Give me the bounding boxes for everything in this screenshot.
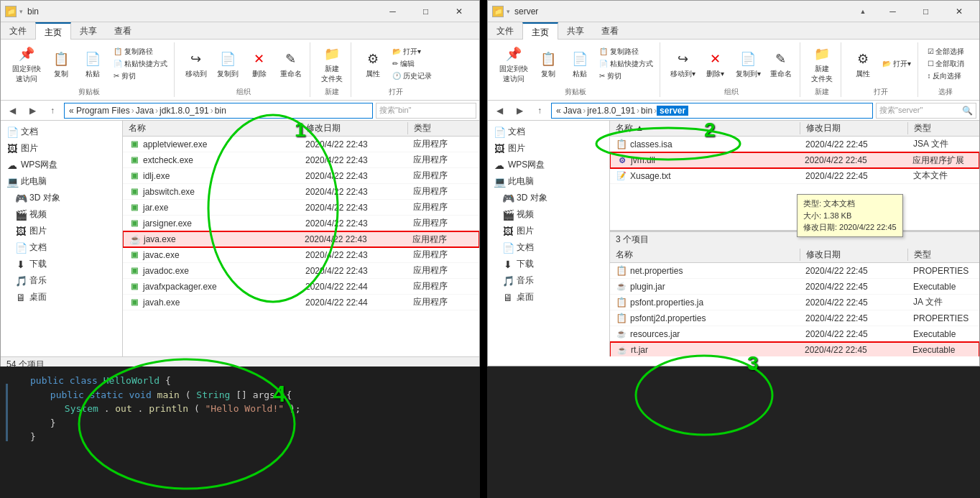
search-box-server[interactable]: 搜索"server" 🔍	[876, 103, 976, 119]
file-row[interactable]: ▣jar.exe 2020/4/22 22:43 应用程序	[123, 200, 479, 216]
path-seg-3[interactable]: jdk1.8.0_191	[158, 106, 211, 116]
nav-video-bin[interactable]: 🎬 视频	[1, 206, 122, 223]
file-row[interactable]: ▣javac.exe 2020/4/22 22:43 应用程序	[123, 247, 479, 263]
tab-home-bin[interactable]: 主页	[35, 22, 71, 40]
col-type-bin[interactable]: 类型	[407, 122, 479, 134]
file-row-resources[interactable]: ☕resources.jar 2020/4/22 22:45 Executabl…	[610, 326, 979, 342]
nav-pics2-bin[interactable]: 🖼 图片	[1, 223, 122, 239]
address-path-bin[interactable]: « Program Files › Java › jdk1.8.0_191 › …	[64, 103, 373, 119]
move-to-button[interactable]: ↪ 移动到	[182, 47, 211, 80]
copy-path-button[interactable]: 📋 复制路径	[111, 46, 170, 57]
file-row-jvm-dll[interactable]: ⚙jvm.dll 2020/4/22 22:45 应用程序扩展	[610, 152, 979, 168]
file-list-bottom-server[interactable]: 名称 修改日期 类型 📋net.properties 2020/4/22 22:…	[610, 247, 979, 356]
file-row-plugin[interactable]: ☕plugin.jar 2020/4/22 22:45 Executable	[610, 279, 979, 295]
col-date-server[interactable]: 修改日期	[800, 122, 907, 134]
file-row[interactable]: ▣extcheck.exe 2020/4/22 22:43 应用程序	[123, 152, 479, 168]
properties-button[interactable]: ⚙ 属性	[359, 47, 387, 80]
minimize-button[interactable]: ─	[376, 4, 409, 19]
tab-share-server[interactable]: 共享	[558, 22, 593, 39]
nav-video-server[interactable]: 🎬 视频	[488, 206, 609, 223]
tab-file-server[interactable]: 文件	[488, 22, 522, 39]
nav-pics2-server[interactable]: 🖼 图片	[488, 223, 609, 239]
path-bin[interactable]: bin	[639, 106, 654, 116]
file-row-classes[interactable]: 📋classes.isa 2020/4/22 22:45 JSA 文件	[610, 137, 979, 152]
paste-button-bin[interactable]: 📄 粘贴	[78, 47, 107, 80]
copy-to-button[interactable]: 📄 复制到	[213, 47, 242, 80]
file-row[interactable]: ▣appletviewer.exe 2020/4/22 22:43 应用程序	[123, 137, 479, 152]
forward-button-bin[interactable]: ▶	[24, 103, 41, 119]
nav-docs2-bin[interactable]: 📄 文档	[1, 239, 122, 256]
up-button-server[interactable]: ↑	[531, 103, 548, 119]
tab-home-server[interactable]: 主页	[522, 22, 558, 40]
up-button-bin[interactable]: ↑	[44, 103, 61, 119]
path-seg-1[interactable]: « Program Files	[68, 106, 131, 116]
file-row[interactable]: ▣jarsigner.exe 2020/4/22 22:43 应用程序	[123, 216, 479, 231]
maximize-button-server[interactable]: □	[910, 4, 942, 19]
file-row-net[interactable]: 📋net.properties 2020/4/22 22:45 PROPERTI…	[610, 263, 979, 279]
copy-button-server[interactable]: 📋 复制	[534, 47, 563, 80]
pin-button-server[interactable]: 📌 固定到快 速访问	[496, 42, 531, 86]
path-seg-2[interactable]: Java	[134, 106, 155, 116]
paste-shortcut-button[interactable]: 📄 粘贴快捷方式	[111, 58, 170, 70]
file-list-bin[interactable]: 名称 修改日期 类型 ▣appletviewer.exe 2020/4/22 2…	[123, 121, 479, 356]
tab-view-bin[interactable]: 查看	[106, 22, 140, 39]
file-row-rt-jar[interactable]: ☕rt.jar 2020/4/22 22:45 Executable	[610, 342, 979, 356]
edit-button[interactable]: ✏ 编辑	[390, 58, 434, 70]
select-all-server[interactable]: ☑ 全部选择	[925, 46, 967, 57]
nav-pictures-bin[interactable]: 🖼 图片	[1, 140, 122, 157]
win-controls-server[interactable]: ─ □ ✕	[877, 4, 975, 19]
open-button[interactable]: 📂 打开▾	[390, 46, 434, 57]
file-row[interactable]: ▣javadoc.exe 2020/4/22 22:43 应用程序	[123, 263, 479, 279]
copy-button-bin[interactable]: 📋 复制	[47, 47, 75, 80]
move-to-server[interactable]: ↪ 移动到▾	[667, 47, 698, 80]
new-folder-button[interactable]: 📁 新建 文件夹	[318, 42, 346, 86]
properties-server[interactable]: ⚙ 属性	[849, 47, 877, 80]
path-server[interactable]: server	[657, 106, 688, 116]
minimize-button-server[interactable]: ─	[877, 4, 909, 19]
col-date-bin[interactable]: 修改日期	[300, 122, 407, 134]
cut-server[interactable]: ✂ 剪切	[597, 70, 655, 82]
forward-button-server[interactable]: ▶	[511, 103, 528, 119]
nav-pics-server[interactable]: 🖼 图片	[488, 140, 609, 157]
nav-desktop-bin[interactable]: 🖥 桌面	[1, 289, 122, 305]
file-row-xusage[interactable]: 📝Xusage.txt 2020/4/22 22:45 文本文件	[610, 168, 979, 184]
close-button[interactable]: ✕	[443, 4, 475, 19]
file-row-psfontj2d[interactable]: 📋psfontj2d.properties 2020/4/22 22:45 PR…	[610, 310, 979, 326]
back-button-server[interactable]: ◀	[491, 103, 508, 119]
search-box-bin[interactable]: 搜索"bin"	[376, 103, 476, 119]
tab-share-bin[interactable]: 共享	[71, 22, 106, 39]
path-jre[interactable]: jre1.8.0_191	[586, 106, 637, 116]
tab-file-bin[interactable]: 文件	[1, 22, 35, 39]
deselect-all-server[interactable]: ☐ 全部取消	[925, 58, 967, 70]
close-button-server[interactable]: ✕	[943, 4, 975, 19]
file-row-psfont[interactable]: 📋psfont.properties.ja 2020/4/22 22:45 JA…	[610, 295, 979, 310]
nav-wps-bin[interactable]: ☁ WPS网盘	[1, 157, 122, 173]
copy-to-server[interactable]: 📄 复制到▾	[733, 47, 764, 80]
copy-path-server[interactable]: 📋 复制路径	[597, 46, 655, 57]
nav-thispc-server[interactable]: 💻 此电脑	[488, 173, 609, 190]
file-row-java-exe[interactable]: ☕java.exe 2020/4/22 22:43 应用程序	[123, 231, 479, 247]
delete-button[interactable]: ✕ 删除	[245, 47, 274, 80]
path-java[interactable]: « Java	[555, 106, 583, 116]
col-type-bottom[interactable]: 类型	[907, 249, 979, 261]
pin-quick-access-button[interactable]: 📌 固定到快 速访问	[9, 42, 44, 86]
nav-download-bin[interactable]: ⬇ 下载	[1, 256, 122, 272]
nav-wps-server[interactable]: ☁ WPS网盘	[488, 157, 609, 173]
rename-button[interactable]: ✎ 重命名	[277, 47, 305, 80]
nav-thispc-bin[interactable]: 💻 此电脑	[1, 173, 122, 190]
col-date-bottom[interactable]: 修改日期	[800, 249, 907, 261]
file-row[interactable]: ▣jabswitch.exe 2020/4/22 22:43 应用程序	[123, 184, 479, 200]
window-controls[interactable]: ─ □ ✕	[376, 4, 475, 19]
delete-server[interactable]: ✕ 删除▾	[701, 47, 730, 80]
file-list-top-server[interactable]: 名称 ▲ 修改日期 类型 📋classes.isa 2020/4/22 22:4…	[610, 121, 979, 231]
col-type-server[interactable]: 类型	[907, 122, 979, 134]
file-row[interactable]: ▣idlj.exe 2020/4/22 22:43 应用程序	[123, 168, 479, 184]
back-button-bin[interactable]: ◀	[4, 103, 21, 119]
invert-selection-server[interactable]: ↕ 反向选择	[925, 70, 967, 82]
nav-desktop-server[interactable]: 🖥 桌面	[488, 289, 609, 305]
nav-download-server[interactable]: ⬇ 下载	[488, 256, 609, 272]
address-path-server[interactable]: « Java › jre1.8.0_191 › bin › server	[551, 103, 873, 119]
nav-documents-bin[interactable]: 📄 文档	[1, 124, 122, 140]
nav-3d-server[interactable]: 🎮 3D 对象	[488, 190, 609, 206]
ribbon-collapse-button[interactable]: ▲	[854, 4, 872, 19]
